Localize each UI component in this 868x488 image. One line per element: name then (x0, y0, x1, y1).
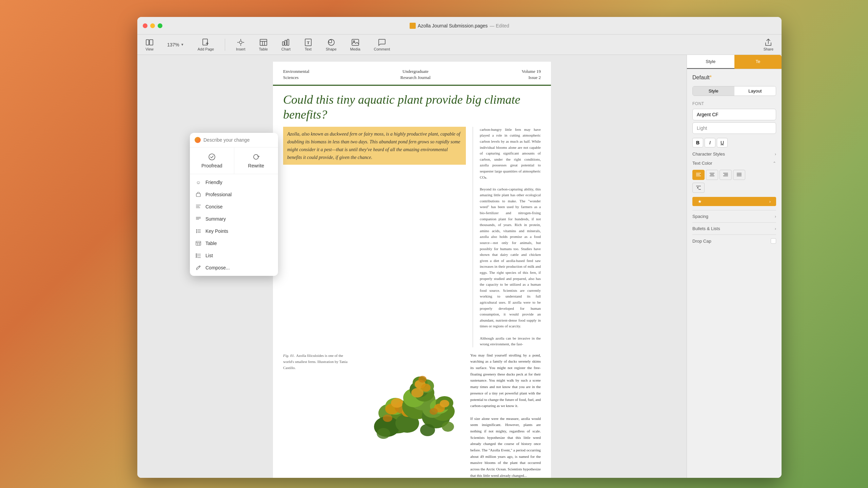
view-label: View (145, 47, 154, 51)
dropcap-checkbox[interactable] (771, 238, 776, 244)
maximize-button[interactable] (158, 23, 162, 28)
svg-rect-16 (287, 39, 289, 45)
svg-rect-21 (352, 39, 359, 45)
insert-button[interactable]: Insert (233, 37, 248, 53)
shape-button[interactable]: Shape (323, 37, 339, 53)
svg-line-80 (199, 266, 200, 267)
friendly-item[interactable]: ☺ Friendly (190, 176, 278, 188)
edited-label: — Edited (490, 23, 509, 28)
char-styles-label: Character Styles (692, 151, 725, 157)
font-weight-selector[interactable]: Light (692, 122, 776, 134)
layout-subtab[interactable]: Layout (734, 86, 776, 96)
chart-icon (282, 38, 290, 46)
style-tab[interactable]: Style (687, 55, 734, 69)
share-button[interactable]: Share (761, 37, 776, 53)
header-vol: Volume 19 (522, 68, 541, 75)
view-button[interactable]: View (143, 37, 156, 53)
svg-point-68 (196, 232, 197, 233)
proofread-button[interactable]: Proofread (190, 147, 234, 174)
font-name-selector[interactable]: Argent CF (692, 109, 776, 120)
text-color-row: Text Color ⌃ (692, 161, 776, 166)
window-title: Azolla Journal Submission.pages (418, 23, 488, 28)
spacing-row[interactable]: Spacing › (692, 210, 776, 222)
header-issue: Issue 2 (522, 75, 541, 81)
concise-item[interactable]: Concise (190, 201, 278, 213)
chart-button[interactable]: Chart (279, 37, 293, 53)
list-item[interactable]: List (190, 249, 278, 262)
key-points-icon (195, 228, 201, 234)
share-icon (764, 38, 772, 46)
list-label: List (205, 253, 213, 258)
journal-header-left: Environmental Sciences (283, 68, 309, 81)
svg-point-52 (430, 408, 438, 415)
style-subtab[interactable]: Style (693, 86, 734, 96)
sidebar-text: carbon-hungry little fern may have playe… (473, 127, 541, 347)
zoom-control[interactable]: 137% ▼ (164, 41, 187, 49)
align-right-button[interactable] (719, 170, 732, 180)
body-text-col2: You may find yourself strolling by a pon… (470, 352, 541, 478)
orange-action-button[interactable]: ★ › (692, 197, 776, 206)
toolbar: View 137% ▼ Add Page (137, 35, 782, 55)
rewrite-button[interactable]: Rewrite (234, 147, 278, 174)
header-env-sci-2: Sciences (283, 75, 309, 81)
professional-label: Professional (205, 192, 232, 197)
key-points-item[interactable]: Key Points (190, 225, 278, 237)
ai-search-input[interactable] (203, 137, 273, 143)
media-button[interactable]: Media (348, 37, 363, 53)
image-caption: Fig. 01. Azolla filiculoides is one of t… (283, 352, 351, 478)
document-page: Environmental Sciences Undergraduate Res… (273, 62, 551, 478)
spacing-label: Spacing (692, 214, 708, 219)
table-item[interactable]: Table (190, 237, 278, 249)
table-button[interactable]: Table (256, 37, 271, 53)
text-button[interactable]: T Text (301, 37, 315, 53)
text-style-buttons: B I U (692, 138, 776, 147)
document-area[interactable]: Environmental Sciences Undergraduate Res… (137, 55, 687, 478)
traffic-lights (143, 23, 162, 28)
align-center-button[interactable] (706, 170, 718, 180)
svg-point-54 (420, 424, 435, 436)
media-icon (351, 38, 359, 46)
key-points-label: Key Points (205, 228, 228, 234)
svg-rect-78 (196, 257, 197, 258)
action-star-icon: ★ (698, 199, 702, 204)
format-panel: Style Te Default* Style Layout Font Arge… (687, 55, 782, 478)
dropcap-row: Drop Cap (692, 235, 776, 247)
align-left-button[interactable] (692, 170, 705, 180)
document-icon (410, 23, 416, 29)
friendly-label: Friendly (205, 180, 222, 185)
professional-item[interactable]: Professional (190, 188, 278, 201)
underline-button[interactable]: U (717, 138, 728, 147)
comment-icon (378, 38, 386, 46)
summary-item[interactable]: Summary (190, 213, 278, 225)
svg-point-5 (239, 41, 242, 44)
comment-button[interactable]: Comment (371, 37, 393, 53)
svg-line-96 (697, 188, 698, 188)
text-color-chevron: ⌃ (773, 161, 776, 166)
summary-icon (195, 216, 201, 222)
toolbar-divider-1 (225, 39, 225, 51)
close-button[interactable] (143, 23, 147, 28)
svg-point-51 (440, 400, 449, 407)
default-badge: Default* (692, 75, 776, 81)
compose-icon (195, 265, 201, 271)
concise-icon (195, 204, 201, 210)
concise-label: Concise (205, 204, 223, 209)
compose-item[interactable]: Compose... (190, 262, 278, 274)
comment-label: Comment (374, 47, 390, 51)
align-justify-button[interactable] (733, 170, 745, 180)
dropcap-label: Drop Cap (692, 239, 711, 244)
ai-search-bar[interactable] (190, 133, 278, 147)
bullets-row[interactable]: Bullets & Lists › (692, 222, 776, 235)
rewrite-label: Rewrite (248, 163, 264, 168)
add-page-button[interactable]: Add Page (195, 37, 217, 53)
minimize-button[interactable] (150, 23, 155, 28)
header-env-sci-1: Environmental (283, 68, 309, 75)
italic-button[interactable]: I (705, 138, 715, 147)
text-tab[interactable]: Te (734, 55, 782, 69)
indent-increase-button[interactable] (692, 183, 705, 193)
insert-label: Insert (236, 47, 245, 51)
summary-label: Summary (205, 216, 226, 222)
ai-menu-items: ☺ Friendly Professional (190, 174, 278, 276)
titlebar: Azolla Journal Submission.pages — Edited (137, 17, 782, 35)
bold-button[interactable]: B (692, 138, 703, 147)
